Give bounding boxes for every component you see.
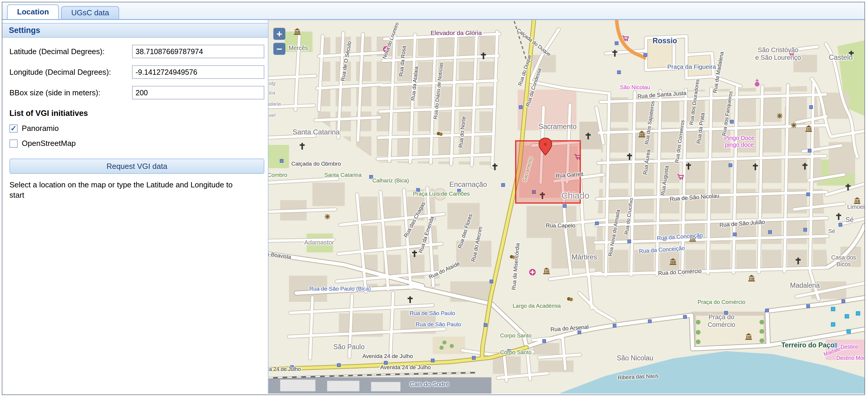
route-marker bbox=[831, 307, 835, 311]
route-marker bbox=[370, 175, 373, 179]
route-marker bbox=[768, 230, 772, 234]
route-marker bbox=[831, 323, 835, 327]
route-marker bbox=[733, 233, 737, 236]
tab-ugsc-data[interactable]: UGsC data bbox=[61, 6, 119, 19]
zoom-in-button[interactable]: + bbox=[273, 28, 285, 40]
content-area: Settings Latitude (Decimal Degrees): Lon… bbox=[2, 20, 865, 394]
panoramio-label: Panoramio bbox=[22, 124, 59, 133]
hospital-icon bbox=[383, 46, 390, 53]
bbox-size-row: BBox size (side in meters): bbox=[9, 86, 264, 99]
longitude-label: Longitude (Decimal Degrees): bbox=[9, 68, 111, 77]
settings-panel: Settings Latitude (Decimal Degrees): Lon… bbox=[2, 20, 268, 394]
route-marker bbox=[290, 366, 293, 369]
route-marker bbox=[847, 330, 851, 333]
route-marker bbox=[842, 300, 845, 303]
route-marker bbox=[337, 364, 341, 367]
route-marker bbox=[644, 53, 647, 57]
route-marker bbox=[729, 163, 732, 167]
route-marker bbox=[431, 359, 434, 362]
route-marker bbox=[542, 339, 546, 343]
viewpoint-icon bbox=[325, 214, 330, 219]
vgi-list-title: List of VGI initiatives bbox=[9, 109, 268, 118]
route-marker bbox=[833, 344, 837, 347]
route-marker bbox=[731, 120, 734, 123]
route-marker bbox=[595, 222, 599, 225]
camoes-square bbox=[434, 189, 446, 200]
route-marker bbox=[563, 205, 566, 208]
openstreetmap-checkbox-row[interactable]: OpenStreetMap bbox=[9, 139, 268, 148]
route-marker bbox=[698, 235, 701, 238]
tab-location-label: Location bbox=[17, 7, 49, 16]
route-marker bbox=[804, 228, 807, 232]
openstreetmap-checkbox[interactable] bbox=[9, 140, 18, 148]
bbox-size-label: BBox size (side in meters): bbox=[9, 88, 100, 97]
route-marker bbox=[807, 193, 810, 196]
route-marker bbox=[683, 315, 687, 318]
panoramio-checkbox[interactable] bbox=[9, 124, 18, 133]
openstreetmap-label: OpenStreetMap bbox=[22, 139, 76, 148]
route-marker bbox=[839, 223, 842, 226]
route-marker bbox=[845, 314, 849, 318]
tab-bar: Location UGsC data bbox=[2, 2, 865, 20]
route-marker bbox=[416, 188, 420, 191]
panoramio-checkbox-row[interactable]: Panoramio bbox=[9, 124, 268, 133]
tab-ugsc-data-label: UGsC data bbox=[71, 8, 109, 17]
hospital-icon bbox=[529, 269, 536, 275]
application-window: Location UGsC data Settings Latitude (De… bbox=[2, 2, 865, 395]
zoom-controls: + − bbox=[273, 28, 285, 55]
route-marker bbox=[578, 331, 581, 334]
route-marker bbox=[807, 304, 810, 308]
docks bbox=[269, 377, 491, 394]
route-marker bbox=[384, 361, 388, 364]
route-marker bbox=[648, 320, 651, 323]
tab-location[interactable]: Location bbox=[7, 4, 59, 19]
route-marker bbox=[519, 105, 522, 109]
route-marker bbox=[856, 311, 860, 315]
map-panel[interactable]: Santa CatarinaSacramentoChiadoEncarnação… bbox=[268, 20, 865, 394]
route-marker bbox=[724, 311, 728, 314]
latitude-label: Latitude (Decimal Degrees): bbox=[9, 47, 105, 56]
route-marker bbox=[502, 184, 505, 187]
longitude-input[interactable] bbox=[132, 65, 264, 79]
viewpoint-icon bbox=[777, 113, 782, 119]
route-marker bbox=[490, 280, 493, 283]
settings-header: Settings bbox=[2, 23, 268, 38]
bbox-size-input[interactable] bbox=[132, 86, 264, 99]
route-marker bbox=[324, 162, 327, 165]
latitude-input[interactable] bbox=[132, 45, 264, 58]
route-marker bbox=[663, 237, 666, 241]
route-marker bbox=[484, 324, 487, 327]
zoom-out-button[interactable]: − bbox=[273, 43, 285, 55]
latitude-row: Latitude (Decimal Degrees): bbox=[9, 45, 264, 58]
route-marker bbox=[808, 149, 811, 152]
route-marker bbox=[507, 349, 510, 353]
request-vgi-data-button[interactable]: Request VGI data bbox=[9, 158, 264, 174]
viewpoint-icon bbox=[791, 123, 797, 128]
map-canvas bbox=[269, 20, 865, 394]
route-marker bbox=[458, 189, 461, 192]
route-marker bbox=[613, 324, 616, 327]
route-marker bbox=[809, 105, 813, 109]
route-marker bbox=[765, 309, 769, 312]
longitude-row: Longitude (Decimal Degrees): bbox=[9, 65, 264, 79]
route-marker bbox=[618, 70, 621, 74]
route-marker bbox=[627, 240, 631, 243]
route-marker bbox=[280, 159, 283, 163]
route-marker bbox=[615, 42, 618, 45]
helper-text: Select a location on the map or type the… bbox=[9, 180, 244, 200]
route-marker bbox=[472, 356, 475, 360]
